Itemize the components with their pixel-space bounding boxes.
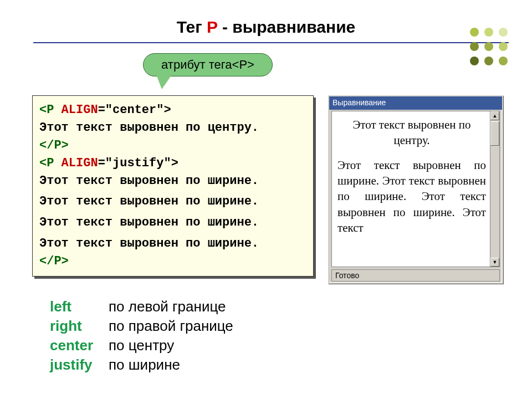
- preview-viewport: Этот текст выровнен по центру. Этот текс…: [331, 111, 492, 267]
- preview-centered-text: Этот текст выровнен по центру.: [337, 117, 486, 149]
- callout-tail: [156, 75, 172, 89]
- decorative-dots: [470, 28, 508, 65]
- callout-pill: атрибут тега <P>: [143, 53, 273, 76]
- window-titlebar: Выравнивание: [329, 96, 502, 110]
- preview-justified-text: Этот текст выровнен по ширине. Этот текс…: [337, 157, 486, 236]
- scroll-down-icon[interactable]: ▼: [490, 258, 499, 267]
- legend-key: left: [50, 297, 109, 316]
- scroll-thumb[interactable]: [490, 121, 499, 146]
- legend-key: right: [50, 316, 109, 336]
- title-underline: [33, 42, 509, 43]
- scrollbar[interactable]: ▲ ▼: [490, 111, 500, 267]
- scroll-up-icon[interactable]: ▲: [490, 111, 499, 120]
- page-title: Тег P - выравнивание: [0, 18, 532, 37]
- legend-key: justify: [50, 355, 109, 375]
- legend-key: center: [50, 336, 109, 355]
- browser-preview-window: Выравнивание Этот текст выровнен по цент…: [328, 95, 503, 284]
- code-box: <P ALIGN="center"> Этот текст выровнен п…: [32, 95, 314, 277]
- align-legend: leftпо левой границе rightпо правой гран…: [50, 297, 233, 375]
- status-bar: Готово: [331, 269, 500, 282]
